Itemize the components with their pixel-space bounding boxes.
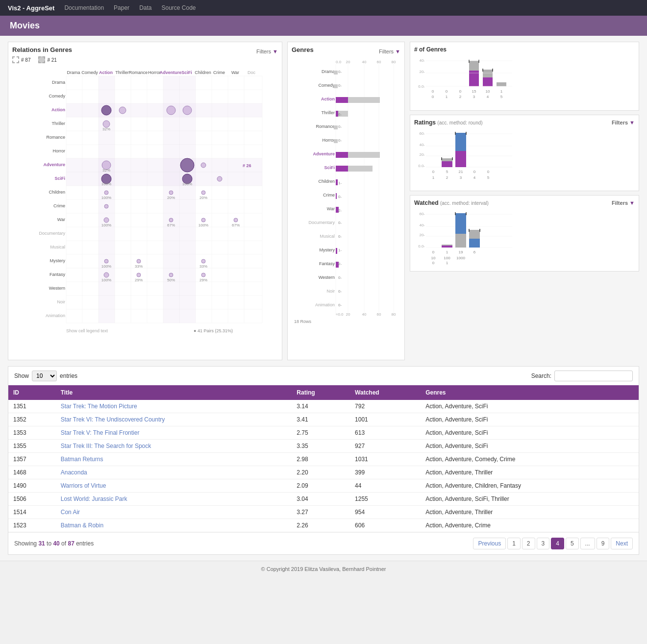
cell-title[interactable]: Con Air — [56, 506, 292, 519]
cell-watched: 613 — [350, 426, 421, 440]
nav-documentation[interactable]: Documentation — [64, 4, 104, 11]
footer: © Copyright 2019 Elitza Vasileva, Bernha… — [0, 561, 647, 577]
cell-title[interactable]: Warriors of Virtue — [56, 479, 292, 493]
svg-text:4: 4 — [487, 95, 489, 99]
search-label: Search: — [531, 372, 551, 379]
svg-text:40: 40 — [362, 60, 367, 64]
svg-text:Musical: Musical — [50, 245, 65, 249]
svg-point-90 — [104, 218, 109, 223]
svg-text:Comedy: Comedy — [81, 70, 98, 75]
cell-watched: 44 — [350, 479, 421, 493]
col-id[interactable]: ID — [8, 385, 56, 400]
svg-text:20: 20 — [346, 60, 350, 64]
nav-data[interactable]: Data — [139, 4, 151, 11]
svg-point-98 — [104, 259, 108, 263]
col-watched[interactable]: Watched — [350, 385, 421, 400]
page-4-button[interactable]: 4 — [551, 538, 564, 549]
svg-text:40-: 40- — [419, 58, 425, 63]
svg-rect-197 — [497, 82, 506, 86]
page-3-button[interactable]: 3 — [537, 538, 550, 549]
col-title[interactable]: Title — [56, 385, 292, 400]
svg-text:1: 1 — [432, 175, 435, 180]
watched-filters-btn[interactable]: Filters ▼ — [612, 200, 635, 206]
svg-point-68 — [101, 105, 111, 115]
relations-filters-btn[interactable]: Filters ▼ — [256, 49, 278, 54]
svg-text:Children: Children — [318, 179, 335, 184]
svg-text:1-: 1- — [338, 248, 342, 252]
col-rating[interactable]: Rating — [292, 385, 350, 400]
svg-text:60: 60 — [377, 60, 381, 64]
cell-title[interactable]: Star Trek VI: The Undiscovered Country — [56, 413, 292, 426]
next-button[interactable]: Next — [611, 538, 633, 549]
prev-button[interactable]: Previous — [473, 538, 506, 549]
search-input[interactable] — [554, 371, 633, 381]
cell-genres: Action, Adventure, SciFi — [421, 440, 639, 453]
nav-paper[interactable]: Paper — [114, 4, 129, 11]
svg-text:Thriller: Thriller — [321, 110, 335, 115]
svg-text:20-: 20- — [419, 233, 425, 237]
svg-text:15: 15 — [472, 89, 476, 94]
cell-title[interactable]: Lost World: Jurassic Park — [56, 493, 292, 506]
svg-text:SciFi: SciFi — [324, 165, 335, 170]
svg-text:War: War — [327, 206, 335, 211]
svg-text:2: 2 — [459, 95, 462, 99]
cell-title[interactable]: Anaconda — [56, 466, 292, 479]
table-section: Show 10 25 50 100 entries Search: ID Tit… — [8, 366, 639, 555]
svg-text:Drama: Drama — [322, 69, 335, 74]
genres-chart: 0.0 20 40 60 80 Drama 0- Comedy — [292, 58, 399, 328]
nav-source-code[interactable]: Source Code — [161, 4, 196, 11]
svg-rect-256 — [442, 246, 452, 248]
cell-title[interactable]: Star Trek V: The Final Frontier — [56, 426, 292, 440]
svg-text:0.0: 0.0 — [336, 60, 342, 64]
svg-text:20%: 20% — [167, 196, 175, 200]
svg-text:10: 10 — [431, 256, 436, 260]
svg-point-102 — [201, 259, 205, 263]
col-genres[interactable]: Genres — [421, 385, 639, 400]
cell-watched: 1255 — [350, 493, 421, 506]
genres-filters-btn[interactable]: Filters ▼ — [379, 49, 400, 54]
data-table: ID Title Rating Watched Genres 1351 Star… — [8, 385, 639, 532]
svg-text:Mystery: Mystery — [50, 258, 66, 263]
cell-title[interactable]: Batman & Robin — [56, 519, 292, 532]
cell-title[interactable]: Batman Returns — [56, 453, 292, 466]
svg-point-92 — [169, 218, 173, 222]
relations-panel: Relations in Genres Filters ▼ # 87 # 21 — [8, 42, 282, 360]
main-content: Relations in Genres Filters ▼ # 87 # 21 — [0, 36, 647, 561]
svg-rect-260 — [469, 239, 480, 248]
svg-text:2-: 2- — [338, 262, 342, 266]
svg-text:Comedy: Comedy — [49, 94, 65, 99]
cell-title[interactable]: Star Trek: The Motion Picture — [56, 400, 292, 413]
svg-text:Fantasy: Fantasy — [50, 272, 66, 277]
page-ellipsis[interactable]: ... — [580, 538, 595, 549]
entries-select[interactable]: 10 25 50 100 — [32, 371, 57, 381]
page-2-button[interactable]: 2 — [522, 538, 535, 549]
entries-label: entries — [60, 372, 77, 379]
svg-text:Action: Action — [51, 107, 65, 112]
svg-text:100%: 100% — [101, 264, 111, 269]
svg-text:0: 0 — [432, 95, 434, 99]
cell-genres: Action, Adventure, Thriller — [421, 506, 639, 519]
svg-text:3: 3 — [473, 95, 475, 99]
page-5-button[interactable]: 5 — [566, 538, 579, 549]
svg-text:Adventure: Adventure — [160, 70, 182, 75]
svg-text:50%: 50% — [167, 278, 175, 282]
cell-watched: 792 — [350, 400, 421, 413]
svg-text:Crime: Crime — [53, 203, 65, 208]
cell-title[interactable]: Star Trek III: The Search for Spock — [56, 440, 292, 453]
svg-text:Fantasy: Fantasy — [319, 261, 335, 266]
cell-rating: 2.98 — [292, 453, 350, 466]
cell-watched: 399 — [350, 466, 421, 479]
svg-text:Animation: Animation — [46, 313, 65, 318]
svg-point-89 — [104, 204, 108, 208]
page-9-button[interactable]: 9 — [597, 538, 610, 549]
cell-id: 1357 — [8, 453, 56, 466]
relations-title: Relations in Genres — [12, 46, 72, 53]
svg-text:Western: Western — [319, 275, 335, 280]
genres-panel: Genres Filters ▼ 0.0 20 40 60 80 — [287, 42, 405, 360]
page-header: Movies — [0, 16, 647, 36]
svg-text:0-: 0- — [338, 70, 342, 74]
page-1-button[interactable]: 1 — [507, 538, 521, 549]
cell-rating: 2.26 — [292, 519, 350, 532]
ratings-filters-btn[interactable]: Filters ▼ — [612, 120, 635, 125]
svg-text:100: 100 — [444, 256, 450, 260]
